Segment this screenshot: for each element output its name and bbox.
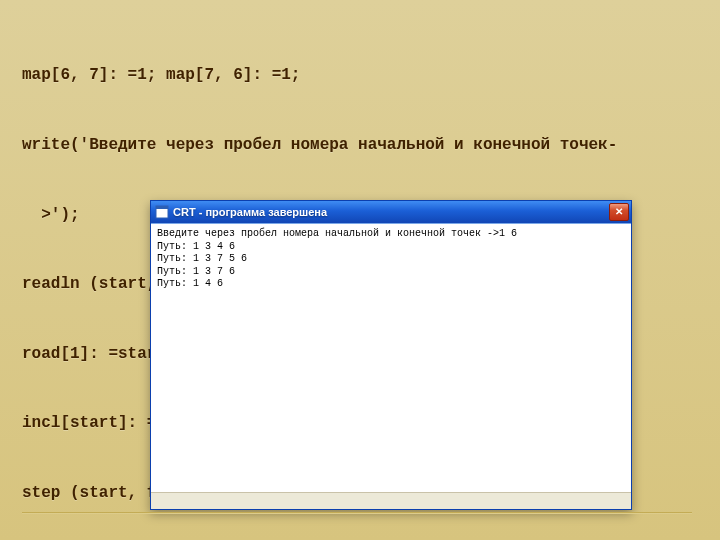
console-line: Путь: 1 4 6 — [157, 278, 223, 289]
window-titlebar: CRT - программа завершена ✕ — [151, 201, 631, 223]
svg-rect-1 — [156, 206, 168, 209]
app-icon — [155, 205, 169, 219]
slide-container: map[6, 7]: =1; map[7, 6]: =1; write('Вве… — [0, 0, 720, 540]
console-line: Путь: 1 3 4 6 — [157, 241, 235, 252]
window-statusbar — [151, 492, 631, 509]
console-line: Введите через пробел номера начальной и … — [157, 228, 517, 239]
console-output: Введите через пробел номера начальной и … — [151, 223, 631, 492]
code-line: write('Введите через пробел номера начал… — [22, 134, 698, 157]
crt-window: CRT - программа завершена ✕ Введите чере… — [150, 200, 632, 510]
close-button[interactable]: ✕ — [609, 203, 629, 221]
console-line: Путь: 1 3 7 6 — [157, 266, 235, 277]
console-line: Путь: 1 3 7 5 6 — [157, 253, 247, 264]
footer-rule — [22, 512, 692, 514]
close-icon: ✕ — [615, 206, 623, 218]
window-title: CRT - программа завершена — [173, 206, 605, 218]
code-line: map[6, 7]: =1; map[7, 6]: =1; — [22, 64, 698, 87]
